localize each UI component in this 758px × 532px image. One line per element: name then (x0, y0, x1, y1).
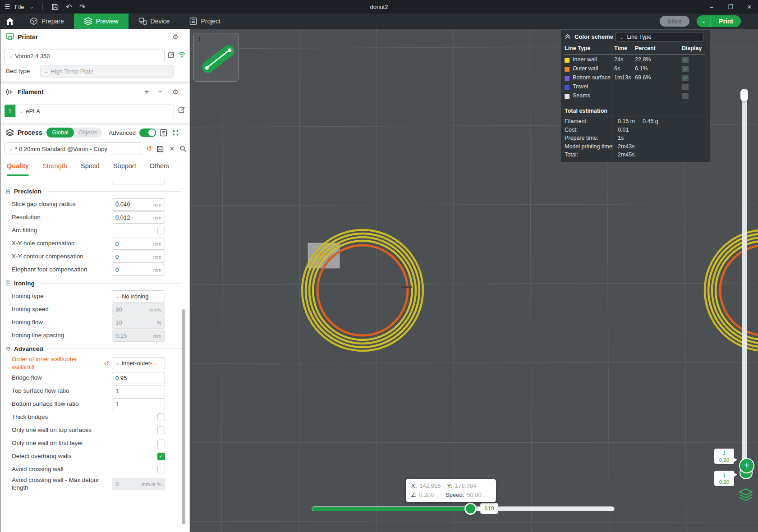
home-button[interactable] (0, 14, 20, 29)
process-preset-select[interactable]: ⌄ * 0.20mm Standard @Voron - Copy (5, 142, 141, 155)
chevron-down-icon: ⌄ (9, 146, 13, 152)
tab-preview-label: Preview (96, 18, 119, 25)
layer-range-badge-top: 1 0.20 (714, 449, 734, 464)
setting-label: Only one wall on top surfaces (12, 427, 157, 434)
wifi-connection-icon[interactable] (178, 51, 186, 58)
setting-checkbox[interactable] (157, 427, 165, 434)
y-value: 179.084 (455, 482, 476, 489)
setting-checkbox[interactable]: ✓ (157, 453, 165, 460)
add-layer-range-button[interactable]: + (739, 458, 754, 473)
setting-input[interactable]: 0mm (112, 251, 165, 263)
col-time: Time (614, 45, 627, 51)
minimize-button[interactable]: – (707, 4, 717, 10)
setting-input[interactable]: 0mm (112, 264, 165, 276)
slice-button[interactable]: Slice (660, 16, 689, 27)
setting-label: X-Y hole compensation (12, 240, 112, 248)
display-checkbox[interactable]: ✓ (682, 57, 689, 63)
setting-checkbox[interactable] (157, 413, 165, 421)
tab-preview[interactable]: Preview (74, 14, 129, 29)
maximize-button[interactable]: ❐ (726, 4, 735, 10)
move-slider-track[interactable] (312, 507, 614, 511)
file-menu-chevron-icon[interactable]: ⌄ (30, 4, 34, 10)
setting-value: 1 (115, 401, 161, 408)
setting-input[interactable]: 0.012mm (112, 211, 165, 224)
setting-input[interactable]: 0.95 (112, 372, 165, 384)
view-mode-select[interactable]: ⌄ Line Type (616, 32, 703, 42)
filament-slot-number[interactable]: 1 (5, 105, 15, 117)
setting-input[interactable]: 0mm (112, 238, 165, 250)
printer-preset-select[interactable]: ⌄ Voron2.4 350 (5, 50, 165, 62)
setting-label: Detect overhang walls (12, 453, 157, 460)
setting-input[interactable]: 1 (112, 398, 165, 410)
col-percent: Percent (635, 45, 656, 51)
reset-setting-icon[interactable]: ↺ (104, 360, 109, 367)
filament-settings-gear-icon[interactable]: ⚙ (173, 88, 179, 96)
setting-checkbox[interactable] (157, 466, 165, 473)
setting-checkbox[interactable] (157, 227, 165, 234)
print-dropdown-chevron-icon[interactable]: ⌄ (697, 15, 711, 27)
setting-select[interactable]: ⌄No ironing (112, 290, 165, 303)
collapse-panel-icon[interactable] (565, 33, 571, 40)
close-preset-icon[interactable]: ✕ (169, 145, 175, 152)
compare-presets-icon[interactable] (172, 129, 179, 137)
printer-section-header: Printer ⚙ (0, 31, 189, 43)
save-preset-icon[interactable] (157, 146, 164, 152)
process-tab-others[interactable]: Others (150, 162, 170, 176)
add-filament-button[interactable]: + (142, 88, 152, 96)
tab-project[interactable]: Project (179, 14, 230, 29)
advanced-toggle[interactable] (139, 128, 156, 137)
filament-preset-select[interactable]: ⌄ ePLA (15, 105, 174, 117)
layer-slider-top-handle[interactable] (740, 89, 748, 101)
setting-row: Only one wall on top surfaces (12, 424, 165, 436)
remove-filament-button[interactable]: − (156, 88, 165, 96)
process-tab-strength[interactable]: Strength (42, 162, 67, 176)
settings-scroll-area[interactable]: ⊞PrecisionSlice gap closing radius0.049m… (0, 178, 187, 532)
setting-input[interactable]: 30mm/s (112, 303, 165, 316)
scope-objects-button[interactable]: Objects (74, 129, 102, 136)
display-checkbox[interactable]: ✓ (682, 66, 689, 72)
display-checkbox[interactable] (682, 84, 689, 90)
total-row: Prepare time:1s (561, 135, 710, 143)
hamburger-menu-icon[interactable]: ☰ (5, 3, 10, 10)
display-checkbox[interactable] (682, 93, 689, 99)
bed-type-select[interactable]: ⌄ High Temp Plate (40, 65, 174, 78)
setting-input[interactable]: 10% (112, 316, 165, 329)
preview-3d-viewport[interactable]: 1 Color scheme ⌄ Line Type Line Type Tim… (190, 29, 758, 532)
edit-filament-icon[interactable] (178, 106, 185, 114)
setting-input[interactable]: 0.049mm (112, 198, 165, 211)
process-tab-quality[interactable]: Quality (7, 162, 29, 176)
setting-input[interactable]: 1 (112, 385, 165, 397)
process-tab-support[interactable]: Support (113, 162, 136, 176)
settings-scrollbar[interactable] (182, 309, 185, 524)
x-value: 142.916 (419, 482, 441, 489)
plate-thumbnail[interactable]: 1 (193, 33, 239, 82)
scope-global-button[interactable]: Global (46, 128, 74, 138)
setting-row: Ironing speed30mm/s (12, 303, 165, 316)
search-icon[interactable] (179, 145, 187, 152)
setting-select[interactable]: ⌄inner-outer-... (112, 357, 165, 369)
tab-device[interactable]: Device (129, 14, 180, 29)
layer-slider-track[interactable] (742, 89, 747, 468)
redo-icon[interactable]: ↷ (78, 3, 87, 11)
process-tab-speed[interactable]: Speed (81, 162, 100, 176)
reset-preset-icon[interactable]: ↺ (147, 145, 152, 153)
setting-label: Arc fitting (12, 227, 157, 234)
edit-printer-icon[interactable] (168, 51, 175, 59)
print-button[interactable]: Print (711, 15, 741, 27)
save-icon[interactable] (51, 3, 60, 11)
file-menu[interactable]: File (15, 4, 24, 10)
setting-input[interactable]: 0.15mm (112, 330, 165, 342)
layer-stack-icon[interactable] (738, 488, 753, 504)
line-type-name: Inner wall (573, 56, 597, 63)
setting-checkbox[interactable] (157, 440, 165, 447)
move-slider-handle[interactable] (464, 503, 477, 515)
chevron-down-icon: ⌄ (115, 360, 119, 366)
close-button[interactable]: ✕ (744, 4, 754, 10)
parameter-list-icon[interactable] (160, 129, 167, 137)
display-checkbox[interactable]: ✓ (682, 75, 689, 81)
tab-prepare[interactable]: Prepare (20, 14, 74, 29)
printer-settings-gear-icon[interactable]: ⚙ (173, 33, 179, 41)
setting-input[interactable]: 0mm or % (112, 478, 165, 490)
undo-icon[interactable]: ↶ (64, 3, 74, 11)
setting-row: Bottom surface flow ratio1 (12, 398, 165, 410)
